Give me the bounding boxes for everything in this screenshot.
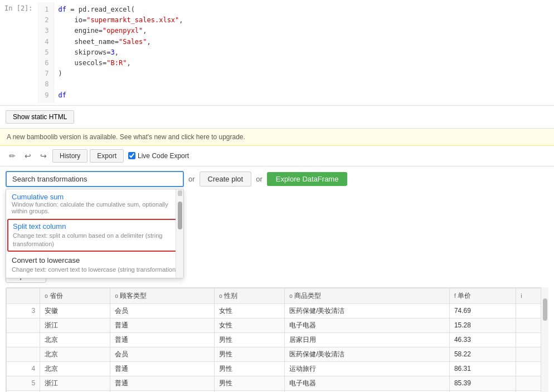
row-num: 4	[7, 361, 40, 376]
live-code-label[interactable]: Live Code Export	[138, 152, 189, 160]
table-row: 4 北京 普通 男性 运动旅行 86.31	[7, 361, 548, 376]
table-row: 北京 会员 男性 医药保健/美妆清洁 58.22	[7, 347, 548, 361]
data-table: o省份 o顾客类型 o性别 o商品类型 f单价 i 3 安徽 会员 女性 医药保	[6, 288, 548, 392]
notice-bar[interactable]: A new bamboolib version is available. Se…	[0, 129, 554, 146]
cell-price: 74.69	[449, 303, 516, 318]
history-button[interactable]: History	[52, 149, 88, 163]
dropdown-item-lowercase[interactable]: Convert to lowercase Change text: conver…	[6, 253, 183, 277]
vertical-scrollbar[interactable]	[541, 287, 548, 392]
cell-gender: 男性	[215, 332, 285, 347]
code-content: df = pd.read_excel( io="supermarkt_sales…	[54, 2, 554, 103]
cell-province: 浙江	[40, 318, 110, 332]
dropdown-item-title-lowercase: Convert to lowercase	[12, 256, 178, 264]
row-num: 3	[7, 303, 40, 318]
dropdown-item-desc-cumulative: Window function: calculate the cumulativ…	[12, 201, 178, 214]
cell-gender: 男性	[215, 347, 285, 361]
cell-province: 北京	[40, 347, 110, 361]
live-code-checkbox[interactable]	[128, 152, 135, 159]
cell-prodtype: 运动旅行	[285, 361, 450, 376]
code-label: In [2]:	[0, 2, 37, 14]
dropdown-item-desc-lowercase: Change text: convert text to lowercase (…	[12, 266, 178, 274]
dropdown-item-split[interactable]: Split text column Change text: split a c…	[7, 219, 182, 252]
cell-price: 85.39	[449, 376, 516, 390]
cell-province: 浙江	[40, 376, 110, 390]
col-header-price: f单价	[449, 288, 516, 303]
cell-prodtype: 医药保健/美妆清洁	[285, 303, 450, 318]
col-header-customer-type: o顾客类型	[110, 288, 215, 303]
cell-ctype: 会员	[110, 347, 215, 361]
export-button[interactable]: Export	[90, 149, 124, 163]
col-header-product-type: o商品类型	[285, 288, 450, 303]
cell-ctype: 会员	[110, 303, 215, 318]
table-header-row: o省份 o顾客类型 o性别 o商品类型 f单价 i	[7, 288, 548, 303]
cell-ctype: 普通	[110, 332, 215, 347]
cell-gender: 男性	[215, 376, 285, 390]
table-container: o省份 o顾客类型 o性别 o商品类型 f单价 i 3 安徽 会员 女性 医药保	[6, 287, 548, 392]
table-row: 北京 普通 男性 居家日用 46.33	[7, 332, 548, 347]
redo-icon[interactable]: ↪	[37, 149, 50, 163]
pencil-icon[interactable]: ✏	[6, 149, 19, 163]
undo-icon[interactable]: ↩	[21, 149, 35, 163]
cell-price: 86.31	[449, 361, 516, 376]
row-num	[7, 318, 40, 332]
table-row: 5 浙江 普通 男性 电子电器 85.39	[7, 376, 548, 390]
data-table-wrap: o省份 o顾客类型 o性别 o商品类型 f单价 i 3 安徽 会员 女性 医药保	[6, 287, 548, 392]
code-cell: In [2]: 123456789 df = pd.read_excel( io…	[0, 0, 554, 106]
col-header-gender: o性别	[215, 288, 285, 303]
cell-gender: 女性	[215, 318, 285, 332]
dropdown-item-desc-split: Change text: split a column based on a d…	[13, 232, 177, 249]
col-header-province: o省份	[40, 288, 110, 303]
toolbar: ✏ ↩ ↪ History Export Live Code Export	[0, 146, 554, 166]
row-num: 5	[7, 376, 40, 390]
explore-dataframe-button[interactable]: Explore DataFrame	[267, 172, 348, 186]
create-plot-button[interactable]: Create plot	[200, 171, 252, 187]
cell-prodtype: 电子电器	[285, 318, 450, 332]
static-btn-area: Show static HTML	[0, 106, 554, 129]
search-dropdown-wrap: Cumulative sum Window function: calculat…	[6, 171, 184, 187]
cell-ctype: 普通	[110, 376, 215, 390]
line-numbers: 123456789	[37, 2, 54, 103]
dropdown-item-title-split: Split text column	[13, 222, 177, 231]
cell-ctype: 普通	[110, 361, 215, 376]
col-header-index	[7, 288, 40, 303]
search-row: Cumulative sum Window function: calculat…	[6, 171, 548, 187]
cell-province: 北京	[40, 332, 110, 347]
main-content: Cumulative sum Window function: calculat…	[0, 166, 554, 392]
show-static-button[interactable]: Show static HTML	[6, 110, 74, 124]
scrollbar-thumb-vertical	[543, 298, 547, 321]
table-row: 浙江 普通 女性 电子电器 15.28	[7, 318, 548, 332]
cell-gender: 男性	[215, 361, 285, 376]
row-num	[7, 332, 40, 347]
cell-price: 58.22	[449, 347, 516, 361]
cell-gender: 女性	[215, 303, 285, 318]
cell-province: 安徽	[40, 303, 110, 318]
row-num	[7, 347, 40, 361]
cell-prodtype: 医药保健/美妆清洁	[285, 347, 450, 361]
cell-price: 46.33	[449, 332, 516, 347]
dropdown-item-title-cumulative: Cumulative sum	[12, 193, 178, 201]
or-text-2: or	[256, 175, 263, 183]
transformation-dropdown: Cumulative sum Window function: calculat…	[6, 189, 184, 278]
or-text-1: or	[188, 175, 195, 183]
search-input[interactable]	[6, 171, 184, 187]
cell-province: 北京	[40, 361, 110, 376]
table-row: 3 安徽 会员 女性 医药保健/美妆清洁 74.69	[7, 303, 548, 318]
live-code-area: Live Code Export	[128, 152, 189, 160]
cell-prodtype: 居家日用	[285, 332, 450, 347]
cell-prodtype: 电子电器	[285, 376, 450, 390]
cell-ctype: 普通	[110, 318, 215, 332]
cell-price: 15.28	[449, 318, 516, 332]
dropdown-item-cumulative[interactable]: Cumulative sum Window function: calculat…	[6, 189, 183, 218]
